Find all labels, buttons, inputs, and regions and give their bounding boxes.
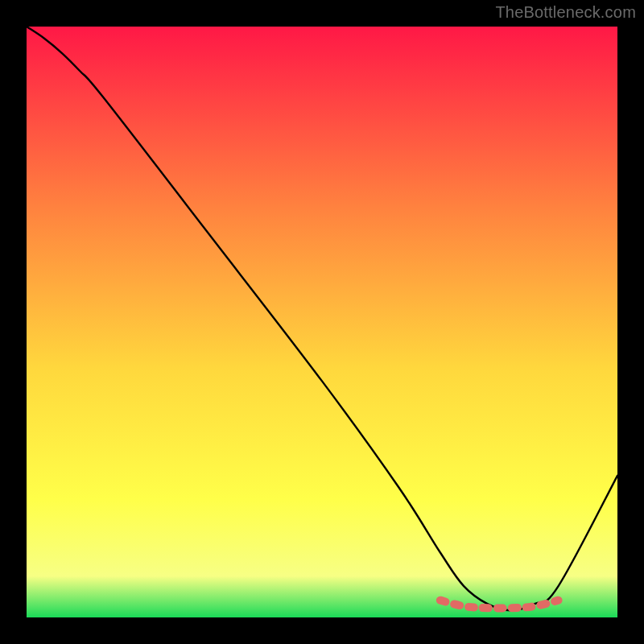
chart-svg xyxy=(27,27,617,617)
watermark-text: TheBottleneck.com xyxy=(495,3,636,22)
chart-frame: TheBottleneck.com xyxy=(0,0,644,644)
gradient-background xyxy=(27,27,617,617)
plot-area xyxy=(27,27,617,617)
